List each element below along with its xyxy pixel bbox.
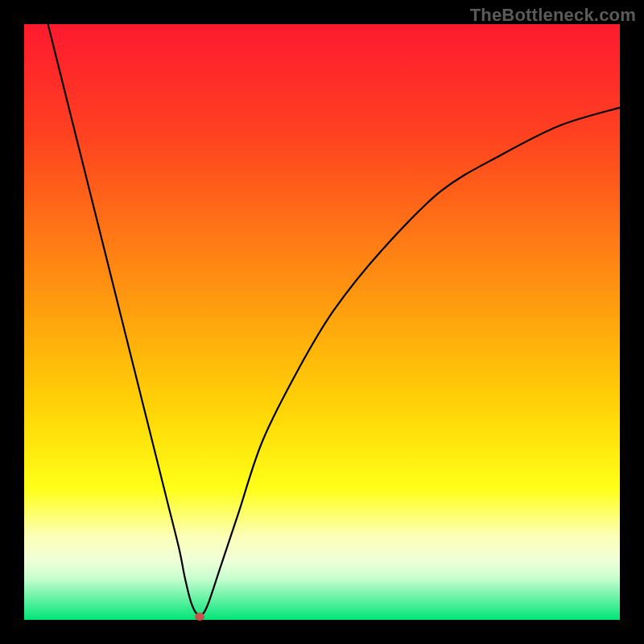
bottleneck-curve [24, 24, 620, 620]
optimal-point-marker [195, 613, 204, 621]
curve-path [48, 24, 620, 615]
watermark-text: TheBottleneck.com [470, 5, 636, 26]
chart-frame: TheBottleneck.com [0, 0, 644, 644]
